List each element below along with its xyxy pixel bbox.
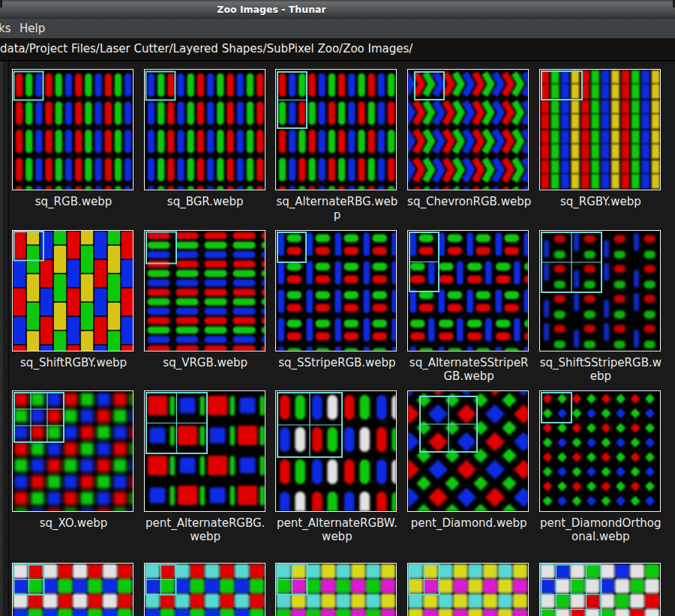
file-item[interactable]	[275, 563, 398, 616]
file-thumbnail[interactable]	[12, 69, 134, 190]
file-thumbnail[interactable]	[275, 563, 397, 616]
file-label: sq_VRGB.webp	[144, 356, 267, 369]
path-text[interactable]: data/Project Files/Laser Cutter/Layered …	[0, 42, 412, 55]
file-label: sq_RGB.webp	[12, 195, 135, 208]
file-thumbnail[interactable]	[539, 563, 661, 616]
menu-item-help[interactable]: Help	[20, 22, 45, 35]
file-item[interactable]	[407, 563, 530, 616]
file-thumbnail[interactable]	[407, 230, 529, 351]
file-item[interactable]	[12, 563, 135, 616]
file-thumbnail[interactable]	[12, 563, 134, 616]
file-thumbnail[interactable]	[539, 390, 661, 512]
file-label: sq_AlternateRBG.web p	[275, 195, 398, 222]
file-thumbnail[interactable]	[539, 230, 661, 351]
file-thumbnail[interactable]	[275, 69, 397, 190]
file-label: sq_ChevronRGB.webp	[407, 195, 530, 208]
file-label: pent_DiamondOrthog onal.webp	[539, 516, 662, 543]
file-item[interactable]: sq_SStripeRGB.webp	[275, 230, 398, 369]
file-item[interactable]: sq_XO.webp	[12, 390, 135, 530]
file-view: sq_RGB.webp sq_BGR.webp sq_AlternateRBG.…	[0, 61, 675, 616]
file-item[interactable]: sq_BGR.webp	[144, 69, 267, 208]
window-corner-left	[0, 0, 2, 7]
file-item[interactable]: sq_ShiftRGBY.webp	[12, 230, 135, 369]
file-item[interactable]: sq_AlternateRBG.web p	[275, 69, 398, 222]
file-item[interactable]: pent_DiamondOrthog onal.webp	[539, 390, 662, 543]
file-item[interactable]: sq_RGB.webp	[12, 69, 135, 208]
file-item[interactable]	[539, 563, 662, 616]
file-label: pent_AlternateRGBG. webp	[144, 516, 267, 543]
file-thumbnail[interactable]	[539, 69, 661, 190]
file-thumbnail[interactable]	[407, 69, 529, 190]
file-label: pent_Diamond.webp	[407, 516, 530, 530]
file-thumbnail[interactable]	[144, 230, 266, 351]
file-label: sq_ShiftRGBY.webp	[12, 356, 135, 369]
file-thumbnail[interactable]	[407, 390, 529, 512]
file-item[interactable]: sq_RGBY.webp	[539, 69, 662, 208]
file-thumbnail[interactable]	[144, 390, 266, 512]
file-label: sq_XO.webp	[12, 516, 135, 530]
file-label: pent_AlternateRGBW. webp	[275, 516, 398, 543]
file-label: sq_SStripeRGB.webp	[275, 356, 398, 369]
file-item[interactable]: pent_AlternateRGBG. webp	[144, 390, 267, 543]
window-title: Zoo Images - Thunar	[217, 4, 326, 15]
file-thumbnail[interactable]	[275, 390, 397, 512]
path-bar[interactable]: data/Project Files/Laser Cutter/Layered …	[0, 38, 675, 61]
file-item[interactable]: sq_ChevronRGB.webp	[407, 69, 530, 208]
file-thumbnail[interactable]	[12, 390, 134, 512]
file-thumbnail[interactable]	[275, 230, 397, 351]
menu-item-bookmarks-partial[interactable]: ks	[0, 22, 11, 35]
file-label: sq_ShiftSStripeRGB.w ebp	[539, 356, 662, 383]
file-item[interactable]: sq_ShiftSStripeRGB.w ebp	[539, 230, 662, 383]
file-thumbnail[interactable]	[144, 69, 266, 190]
file-label: sq_RGBY.webp	[539, 195, 662, 208]
file-thumbnail[interactable]	[12, 230, 134, 351]
menu-bar: ks Help	[0, 19, 675, 38]
file-label: sq_AlternateSStripeR GB.webp	[407, 356, 530, 383]
file-item[interactable]: pent_AlternateRGBW. webp	[275, 390, 398, 543]
file-item[interactable]: pent_Diamond.webp	[407, 390, 530, 530]
thunar-window: { "window": { "title": "Zoo Images - Thu…	[0, 0, 675, 616]
file-thumbnail[interactable]	[407, 563, 529, 616]
file-item[interactable]	[144, 563, 267, 616]
title-bar[interactable]: Zoo Images - Thunar	[0, 0, 675, 19]
file-item[interactable]: sq_VRGB.webp	[144, 230, 267, 369]
file-item[interactable]: sq_AlternateSStripeR GB.webp	[407, 230, 530, 383]
file-thumbnail[interactable]	[144, 563, 266, 616]
file-label: sq_BGR.webp	[144, 195, 267, 208]
left-edge-strip	[0, 61, 9, 616]
